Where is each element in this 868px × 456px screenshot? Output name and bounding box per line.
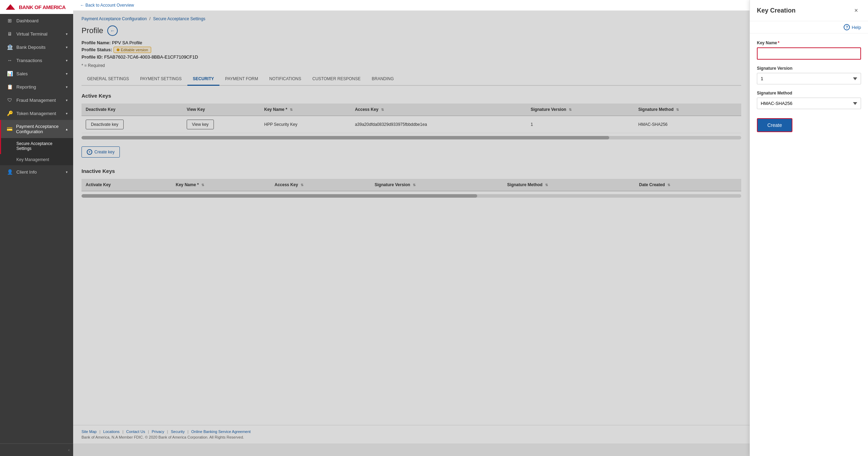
sort-arrows-icon: ⇅ <box>569 108 572 112</box>
footer-sep: | <box>187 430 188 434</box>
footer-privacy-link[interactable]: Privacy <box>152 430 164 434</box>
sidebar-item-virtual-terminal[interactable]: 🖥 Virtual Terminal ▾ <box>0 27 73 40</box>
tab-general-settings[interactable]: GENERAL SETTINGS <box>82 73 134 86</box>
view-key-cell: View key <box>183 116 260 133</box>
sidebar-item-sales[interactable]: 📊 Sales ▾ <box>0 67 73 80</box>
key-creation-panel: Key Creation × ? Help Key Name* Signatur… <box>750 0 868 456</box>
sidebar-item-label: Client Info <box>16 169 37 175</box>
sidebar-item-transactions[interactable]: ↔ Transactions ▾ <box>0 54 73 67</box>
fraud-icon: 🛡 <box>7 97 13 103</box>
tab-payment-form[interactable]: PAYMENT FORM <box>219 73 264 86</box>
breadcrumb-current-link[interactable]: Secure Acceptance Settings <box>153 16 205 21</box>
signature-method-select[interactable]: HMAC-SHA256 HMAC-SHA512 <box>757 98 861 109</box>
active-key-row-0: Deactivate key View key HPP Security Key… <box>82 116 741 133</box>
active-keys-table: Deactivate Key View Key Key Name * ⇅ Acc… <box>82 104 741 133</box>
tab-security[interactable]: SECURITY <box>187 73 220 86</box>
footer-obsa-link[interactable]: Online Banking Service Agreement <box>191 430 251 434</box>
status-badge: Editable version <box>114 47 151 53</box>
panel-create-button[interactable]: Create <box>757 118 792 132</box>
sidebar-item-payment-acceptance[interactable]: 💳 Payment Acceptance Configuration ▴ <box>0 120 73 138</box>
payment-acceptance-subnav: Secure Acceptance Settings Key Managemen… <box>0 138 73 165</box>
col-access-key-inactive: Access Key ⇅ <box>270 179 370 191</box>
profile-name-row: Profile Name: PPV SA Profile <box>82 40 741 45</box>
col-activate-key: Activate Key <box>82 179 172 191</box>
content-area: Payment Acceptance Configuration / Secur… <box>73 11 750 425</box>
sidebar-item-key-management[interactable]: Key Management <box>0 154 73 165</box>
footer-contact-link[interactable]: Contact Us <box>126 430 145 434</box>
sidebar-item-dashboard[interactable]: ⊞ Dashboard <box>0 14 73 27</box>
inactive-keys-title: Inactive Keys <box>82 168 741 174</box>
help-icon: ? <box>844 24 850 30</box>
sidebar-item-reporting[interactable]: 📋 Reporting ▾ <box>0 80 73 93</box>
sort-arrows-icon: ⇅ <box>381 108 384 112</box>
key-name-group: Key Name* <box>757 40 861 60</box>
footer-security-link[interactable]: Security <box>171 430 185 434</box>
page-back-button[interactable]: ← <box>107 25 118 36</box>
sidebar-item-token-management[interactable]: 🔑 Token Management ▾ <box>0 107 73 120</box>
tab-payment-settings[interactable]: PAYMENT SETTINGS <box>134 73 187 86</box>
col-sig-method-inactive: Signature Method ⇅ <box>503 179 635 191</box>
footer-sitemap-link[interactable]: Site Map <box>82 430 96 434</box>
profile-id-row: Profile ID: F5AB7602-7CA6-4003-8BBA-E1CF… <box>82 54 741 60</box>
virtual-terminal-icon: 🖥 <box>7 31 13 37</box>
key-name-input[interactable] <box>757 47 861 60</box>
active-keys-table-wrapper: Deactivate Key View Key Key Name * ⇅ Acc… <box>82 104 741 133</box>
tab-branding[interactable]: BRANDING <box>366 73 399 86</box>
col-date-created: Date Created ⇅ <box>635 179 741 191</box>
footer-locations-link[interactable]: Locations <box>103 430 119 434</box>
breadcrumb-parent-link[interactable]: Payment Acceptance Configuration <box>82 16 147 21</box>
col-deactivate-key: Deactivate Key <box>82 104 183 116</box>
footer-sep: | <box>99 430 100 434</box>
sidebar-collapse-button[interactable]: ‹ <box>0 443 73 456</box>
sales-icon: 📊 <box>7 71 13 76</box>
footer-links: Site Map | Locations | Contact Us | Priv… <box>82 430 741 434</box>
sidebar-item-label: Fraud Management <box>16 98 56 103</box>
help-label: Help <box>852 25 861 30</box>
sidebar-item-label: Payment Acceptance Configuration <box>16 124 66 134</box>
sidebar-item-fraud-management[interactable]: 🛡 Fraud Management ▾ <box>0 93 73 107</box>
top-bar: ← Back to Account Overview <box>73 0 750 11</box>
col-view-key: View Key <box>183 104 260 116</box>
signature-version-group: Signature Version 1 2 <box>757 66 861 84</box>
reporting-icon: 📋 <box>7 84 13 90</box>
help-link[interactable]: ? Help <box>750 21 868 33</box>
sidebar-item-label: Dashboard <box>16 18 39 23</box>
profile-name-value: PPV SA Profile <box>112 40 142 45</box>
view-key-button[interactable]: View key <box>187 120 214 129</box>
active-keys-title: Active Keys <box>82 93 741 99</box>
signature-version-select[interactable]: 1 2 <box>757 73 861 84</box>
tab-notifications[interactable]: NOTIFICATIONS <box>264 73 307 86</box>
bank-logo-icon <box>5 3 16 10</box>
required-star: * <box>778 40 780 45</box>
plus-circle-icon: + <box>87 149 92 155</box>
panel-close-button[interactable]: × <box>851 6 861 15</box>
col-key-name: Key Name * ⇅ <box>260 104 351 116</box>
sidebar-nav: ⊞ Dashboard 🖥 Virtual Terminal ▾ 🏦 Bank … <box>0 14 73 443</box>
signature-method-label: Signature Method <box>757 91 861 96</box>
inactive-keys-header-row: Activate Key Key Name * ⇅ Access Key ⇅ <box>82 179 741 191</box>
status-dot-icon <box>117 48 119 51</box>
profile-name-label: Profile Name: <box>82 40 111 45</box>
bank-deposits-icon: 🏦 <box>7 44 13 50</box>
transactions-icon: ↔ <box>7 58 13 63</box>
sort-arrows-icon: ⇅ <box>201 183 204 187</box>
scrollbar-thumb <box>82 194 477 198</box>
horizontal-scrollbar[interactable] <box>82 136 741 139</box>
sidebar-item-client-info[interactable]: 👤 Client Info ▾ <box>0 165 73 178</box>
panel-body: Key Name* Signature Version 1 2 Signatur… <box>750 33 868 456</box>
footer-copyright: Bank of America, N.A Member FDIC. © 2020… <box>82 435 741 439</box>
footer-sep: | <box>148 430 149 434</box>
tab-customer-response[interactable]: CUSTOMER RESPONSE <box>307 73 366 86</box>
sort-arrows-icon: ⇅ <box>545 183 548 187</box>
breadcrumb-separator: / <box>149 16 150 21</box>
deactivate-key-button[interactable]: Deactivate key <box>86 120 124 129</box>
sidebar-item-bank-deposits[interactable]: 🏦 Bank Deposits ▾ <box>0 40 73 54</box>
create-key-button[interactable]: + Create key <box>82 146 120 158</box>
page-title: Profile <box>82 26 103 35</box>
back-to-account-link[interactable]: ← Back to Account Overview <box>80 3 134 8</box>
chevron-expand-icon: ▴ <box>66 127 68 131</box>
chevron-icon: ▾ <box>66 45 68 49</box>
sidebar-item-secure-acceptance[interactable]: Secure Acceptance Settings <box>0 138 73 154</box>
inactive-horizontal-scrollbar[interactable] <box>82 194 741 198</box>
client-icon: 👤 <box>7 169 13 175</box>
